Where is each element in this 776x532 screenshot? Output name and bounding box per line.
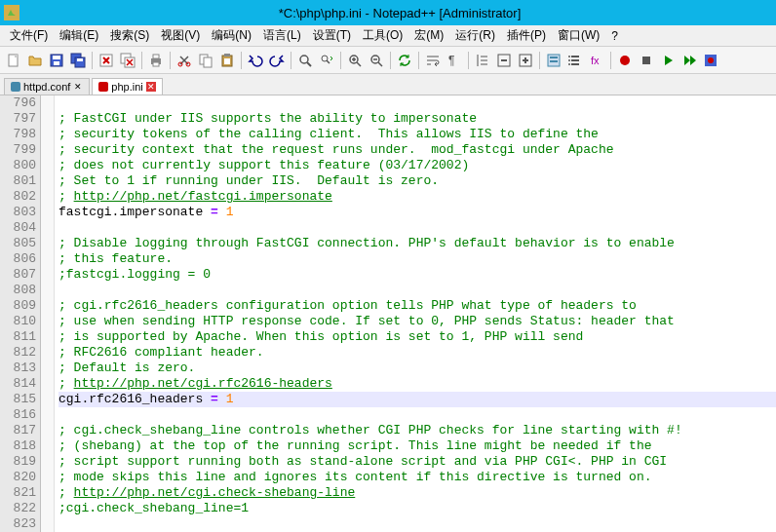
fold-marker[interactable] bbox=[41, 407, 54, 423]
code-line[interactable]: ; cgi.check_shebang_line controls whethe… bbox=[58, 423, 776, 438]
save-file-button[interactable] bbox=[47, 51, 66, 70]
code-line[interactable]: ; Disable logging through FastCGI connec… bbox=[58, 236, 776, 251]
fold-marker[interactable] bbox=[41, 329, 54, 345]
code-line[interactable]: ; this feature. bbox=[58, 251, 776, 267]
menu-settings[interactable]: 设置(T) bbox=[307, 25, 357, 46]
doc-map-button[interactable] bbox=[544, 51, 563, 70]
code-line[interactable]: ; mode skips this line and ignores its c… bbox=[58, 470, 776, 485]
fold-marker[interactable] bbox=[41, 423, 54, 438]
menu-window[interactable]: 窗口(W) bbox=[552, 25, 605, 46]
code-line[interactable]: ; Set to 1 if running under IIS. Default… bbox=[58, 173, 776, 189]
code-line[interactable]: ; http://php.net/cgi.check-shebang-line bbox=[58, 485, 776, 501]
code-line[interactable]: ;cgi.check_shebang_line=1 bbox=[58, 501, 776, 516]
cut-button[interactable] bbox=[175, 51, 194, 70]
fold-marker[interactable] bbox=[41, 111, 54, 127]
open-file-button[interactable] bbox=[25, 51, 45, 70]
fold-marker[interactable] bbox=[41, 392, 54, 407]
play-macro-button[interactable] bbox=[658, 51, 678, 70]
fold-marker[interactable] bbox=[41, 142, 54, 158]
code-line[interactable]: ; http://php.net/cgi.rfc2616-headers bbox=[58, 376, 776, 392]
code-area[interactable]: ; FastCGI under IIS supports the ability… bbox=[55, 95, 776, 532]
menu-plugins[interactable]: 插件(P) bbox=[501, 25, 552, 46]
fold-marker[interactable] bbox=[41, 361, 54, 376]
fold-marker[interactable] bbox=[41, 173, 54, 189]
stop-macro-button[interactable] bbox=[637, 51, 656, 70]
indent-guide-button[interactable] bbox=[473, 51, 492, 70]
menu-view[interactable]: 视图(V) bbox=[155, 25, 206, 46]
code-line[interactable]: ; does not currently support this featur… bbox=[58, 158, 776, 173]
code-line[interactable]: ; (shebang) at the top of the running sc… bbox=[58, 438, 776, 454]
find-button[interactable] bbox=[295, 51, 315, 70]
fold-marker[interactable] bbox=[41, 516, 54, 532]
code-line[interactable]: ; security tokens of the calling client.… bbox=[58, 127, 776, 142]
print-button[interactable] bbox=[146, 51, 166, 70]
fold-marker[interactable] bbox=[41, 205, 54, 220]
fold-marker[interactable] bbox=[41, 376, 54, 392]
fold-marker[interactable] bbox=[41, 501, 54, 516]
menu-file[interactable]: 文件(F) bbox=[4, 25, 54, 46]
fold-all-button[interactable] bbox=[494, 51, 514, 70]
menu-search[interactable]: 搜索(S) bbox=[104, 25, 155, 46]
paste-button[interactable] bbox=[217, 51, 237, 70]
fold-marker[interactable] bbox=[41, 267, 54, 283]
code-line[interactable] bbox=[58, 283, 776, 298]
fold-marker[interactable] bbox=[41, 470, 54, 485]
menu-macro[interactable]: 宏(M) bbox=[408, 25, 449, 46]
code-line[interactable] bbox=[58, 407, 776, 423]
tab-php-ini[interactable]: php.ini✕ bbox=[92, 78, 162, 95]
code-line[interactable]: ; cgi.rfc2616_headers configuration opti… bbox=[58, 298, 776, 314]
save-macro-button[interactable] bbox=[701, 51, 720, 70]
code-line[interactable]: ; Default is zero. bbox=[58, 361, 776, 376]
sync-button[interactable] bbox=[395, 51, 414, 70]
fold-column[interactable] bbox=[41, 95, 55, 532]
record-macro-button[interactable] bbox=[615, 51, 635, 70]
play-multi-button[interactable] bbox=[679, 51, 699, 70]
show-all-chars-button[interactable]: ¶ bbox=[445, 51, 464, 70]
code-line[interactable]: ; use when sending HTTP response code. I… bbox=[58, 314, 776, 329]
fold-marker[interactable] bbox=[41, 251, 54, 267]
close-all-button[interactable] bbox=[118, 51, 137, 70]
menu-edit[interactable]: 编辑(E) bbox=[54, 25, 104, 46]
code-line[interactable]: cgi.rfc2616_headers = 1 bbox=[58, 392, 776, 407]
fold-marker[interactable] bbox=[41, 220, 54, 236]
code-line[interactable]: ; security context that the request runs… bbox=[58, 142, 776, 158]
unfold-all-button[interactable] bbox=[516, 51, 535, 70]
code-line[interactable]: ; script support running both as stand-a… bbox=[58, 454, 776, 470]
code-line[interactable]: ; is supported by Apache. When this opti… bbox=[58, 329, 776, 345]
menu-encoding[interactable]: 编码(N) bbox=[206, 25, 257, 46]
fold-marker[interactable] bbox=[41, 454, 54, 470]
fold-marker[interactable] bbox=[41, 438, 54, 454]
new-file-button[interactable] bbox=[4, 51, 23, 70]
zoom-out-button[interactable] bbox=[367, 51, 386, 70]
fold-marker[interactable] bbox=[41, 95, 54, 111]
close-file-button[interactable] bbox=[97, 51, 116, 70]
fold-marker[interactable] bbox=[41, 189, 54, 205]
redo-button[interactable] bbox=[267, 51, 287, 70]
zoom-in-button[interactable] bbox=[345, 51, 365, 70]
fold-marker[interactable] bbox=[41, 485, 54, 501]
fold-marker[interactable] bbox=[41, 158, 54, 173]
fold-marker[interactable] bbox=[41, 314, 54, 329]
undo-button[interactable] bbox=[246, 51, 265, 70]
menu-language[interactable]: 语言(L) bbox=[257, 25, 307, 46]
fold-marker[interactable] bbox=[41, 127, 54, 142]
close-icon[interactable]: ✕ bbox=[73, 82, 83, 92]
code-line[interactable] bbox=[58, 95, 776, 111]
code-line[interactable]: ; http://php.net/fastcgi.impersonate bbox=[58, 189, 776, 205]
replace-button[interactable] bbox=[317, 51, 336, 70]
save-all-button[interactable] bbox=[68, 51, 88, 70]
fold-marker[interactable] bbox=[41, 283, 54, 298]
code-line[interactable]: ; FastCGI under IIS supports the ability… bbox=[58, 111, 776, 127]
code-line[interactable]: fastcgi.impersonate = 1 bbox=[58, 205, 776, 220]
code-line[interactable] bbox=[58, 516, 776, 532]
code-line[interactable]: ;fastcgi.logging = 0 bbox=[58, 267, 776, 283]
menu-run[interactable]: 运行(R) bbox=[449, 25, 501, 46]
menu-tools[interactable]: 工具(O) bbox=[357, 25, 408, 46]
doc-list-button[interactable] bbox=[565, 51, 585, 70]
code-line[interactable]: ; RFC2616 compliant header. bbox=[58, 345, 776, 361]
word-wrap-button[interactable] bbox=[423, 51, 443, 70]
tab-httpd-conf[interactable]: httpd.conf✕ bbox=[4, 78, 90, 95]
fold-marker[interactable] bbox=[41, 236, 54, 251]
fold-marker[interactable] bbox=[41, 298, 54, 314]
code-line[interactable] bbox=[58, 220, 776, 236]
